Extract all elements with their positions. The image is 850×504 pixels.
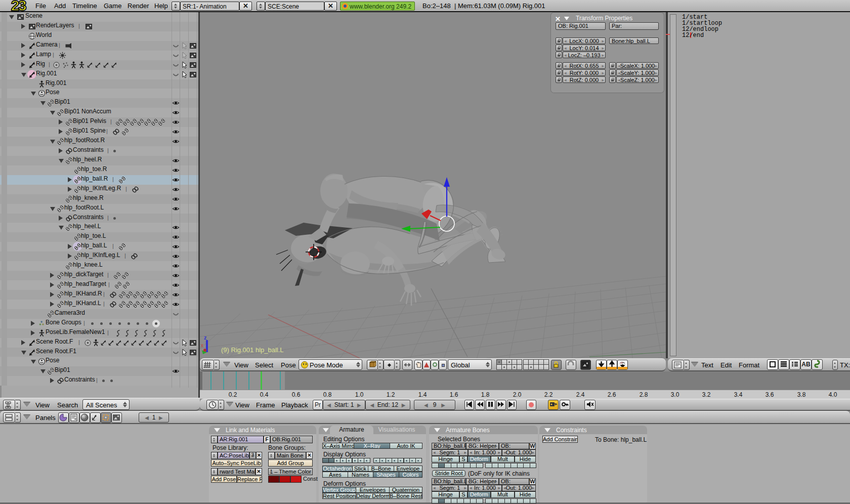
svg-text:z: z	[204, 334, 207, 341]
svg-text:x: x	[201, 343, 203, 348]
svg-text:(9) Rig.001 hlp_ball.L: (9) Rig.001 hlp_ball.L	[221, 346, 284, 354]
